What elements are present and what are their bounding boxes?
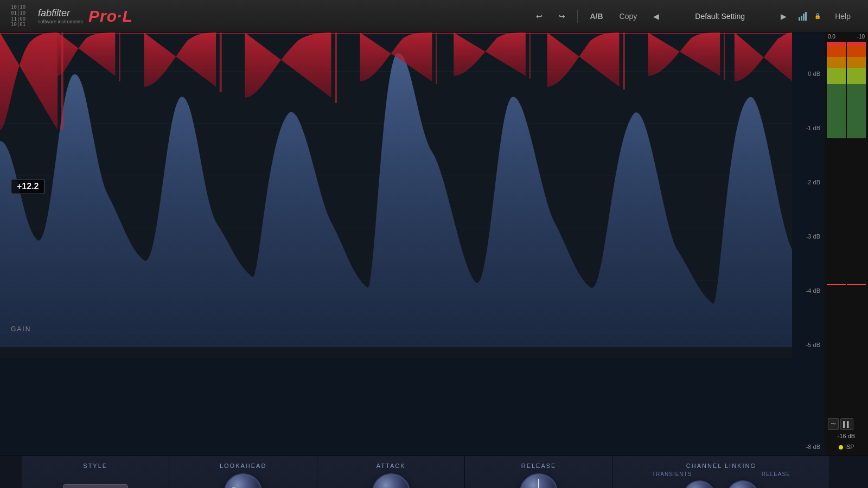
undo-button[interactable]: ↩: [532, 10, 547, 23]
clip-red-left: [827, 42, 846, 46]
meter-green-right: [847, 84, 866, 138]
ch-release-knob[interactable]: [726, 480, 759, 488]
lookahead-knob-container: 0 ms 5 ms: [224, 473, 262, 488]
release-label: RELEASE: [521, 463, 557, 469]
brand-name: fabfilter: [38, 8, 70, 18]
attack-knob[interactable]: [372, 473, 410, 488]
lookahead-knob[interactable]: [224, 473, 262, 488]
drip-6: [529, 33, 531, 79]
style-section: STYLE Dynamic ▼: [22, 456, 169, 488]
red-clip-4: [245, 33, 331, 98]
gain-label: GAIN: [11, 325, 31, 333]
transients-sublabel: TRANSIENTS: [652, 471, 692, 477]
gain-display: +12.2: [11, 179, 44, 194]
meter-red-left: [827, 46, 846, 57]
nav-left-button[interactable]: «: [0, 456, 22, 488]
meter-orange-right: [847, 57, 866, 68]
meter-section: 0.0 -10: [825, 33, 868, 455]
header-controls: ↩ ↪ A/B Copy ◀ Default Setting ▶ 🔒 Help: [532, 10, 857, 23]
waveform-canvas[interactable]: +12.2 GAIN: [0, 33, 792, 358]
channel-linking-section: CHANNEL LINKING TRANSIENTS RELEASE 0% 10…: [613, 456, 830, 488]
isp-label: ISP: [845, 444, 854, 450]
meter-label-right: -10: [857, 34, 865, 40]
meter-label-left: 0.0: [828, 34, 835, 40]
meter-hold-right: [847, 284, 866, 285]
red-clip-6: [454, 33, 526, 76]
meter-yellow-left: [827, 68, 846, 84]
drip-7: [623, 33, 625, 89]
lookahead-section: LOOKAHEAD 0 ms 5 ms: [169, 456, 317, 488]
transients-knob-group: 0% 100%: [683, 480, 716, 488]
logo-section: 10|1001|1011|0010|01 fabfilter software …: [11, 5, 133, 27]
signal-bar-4: [805, 12, 807, 21]
signal-bar-1: [799, 17, 800, 21]
db-label-8: -8 dB: [792, 444, 820, 450]
meter-hold-left: [827, 284, 846, 285]
drip-4: [335, 33, 337, 103]
meter-channels: [827, 42, 866, 415]
attack-section: ATTACK 0 s 10 s: [317, 456, 465, 488]
drip-1: [61, 33, 63, 130]
attack-label: ATTACK: [376, 463, 406, 469]
style-label: STYLE: [83, 463, 107, 469]
meter-header: 0.0 -10: [826, 34, 867, 41]
red-clip-9: [735, 33, 792, 81]
release-sublabel-ch: RELEASE: [762, 471, 790, 477]
db-label-3: -3 dB: [792, 233, 820, 240]
signal-bar-3: [803, 14, 805, 21]
meter-controls: 〜 ▌▌ -16 dB ISP: [826, 416, 867, 454]
style-dropdown[interactable]: Dynamic ▼: [63, 484, 128, 488]
db-scale: 0 dB -1 dB -2 dB -3 dB -4 dB -5 dB -8 dB: [792, 33, 825, 455]
redo-button[interactable]: ↪: [554, 10, 570, 23]
bars-view-button[interactable]: ▌▌: [840, 418, 853, 430]
red-clip-8: [648, 33, 720, 76]
divider: [577, 10, 578, 23]
db-label-2: -2 dB: [792, 179, 820, 185]
release-section: RELEASE 0 s 10 s Release 500 ms: [465, 456, 612, 488]
waveform-blue: [0, 53, 792, 347]
release-knob-container: 0 s 10 s: [520, 473, 558, 488]
product-name: Pro·L: [88, 7, 133, 25]
meter-dark-left: [827, 138, 846, 415]
preset-name: Default Setting: [671, 10, 769, 23]
meter-green-left: [827, 84, 846, 138]
db-label-1: -1 dB: [792, 125, 820, 131]
header: 10|1001|1011|0010|01 fabfilter software …: [0, 0, 868, 33]
controls-panel: « STYLE Dynamic ▼ LOOKAHEAD 0 ms 5 ms AT…: [0, 455, 868, 488]
channel-link-knobs: 0% 100% 0% 100%: [617, 480, 825, 488]
drip-2: [119, 33, 120, 81]
red-clip-2: [58, 33, 115, 76]
meter-yellow-right: [847, 68, 866, 84]
meter-red-right: [847, 46, 866, 57]
help-button[interactable]: Help: [828, 10, 857, 23]
clip-red-right: [847, 42, 866, 46]
red-clip-7: [547, 33, 620, 87]
red-clip-3: [144, 33, 216, 87]
drip-3: [220, 33, 222, 92]
lock-icon: 🔒: [814, 13, 821, 19]
ch-release-knob-group: 0% 100%: [726, 480, 759, 488]
attack-knob-container: 0 s 10 s: [372, 473, 410, 488]
waveform-svg: [0, 33, 792, 358]
meter-visual: [826, 41, 867, 416]
release-indicator: [538, 479, 539, 488]
copy-button[interactable]: Copy: [615, 10, 642, 23]
db-label-0: 0 dB: [792, 70, 820, 77]
lookahead-label: LOOKAHEAD: [220, 463, 266, 469]
release-knob[interactable]: [520, 473, 558, 488]
isp-dot: [839, 445, 843, 450]
nav-right-button[interactable]: »: [846, 456, 868, 488]
brand-sub: software instruments: [38, 19, 83, 24]
isp-indicator: ISP: [828, 442, 865, 452]
drip-5: [436, 33, 437, 84]
waveform-view-button[interactable]: 〜: [828, 418, 839, 430]
preset-prev-button[interactable]: ◀: [649, 10, 663, 23]
channel-linking-label: CHANNEL LINKING: [617, 463, 825, 469]
ab-button[interactable]: A/B: [585, 10, 607, 23]
main-area: +12.2 GAIN 0 dB -1 dB -2 dB -3 dB -4 dB …: [0, 33, 868, 455]
drip-8: [724, 33, 725, 80]
meter-view-buttons: 〜 ▌▌: [828, 418, 865, 430]
transients-knob[interactable]: [683, 480, 716, 488]
preset-next-button[interactable]: ▶: [776, 10, 791, 23]
advanced-label[interactable]: ADVANCED: [830, 456, 846, 488]
